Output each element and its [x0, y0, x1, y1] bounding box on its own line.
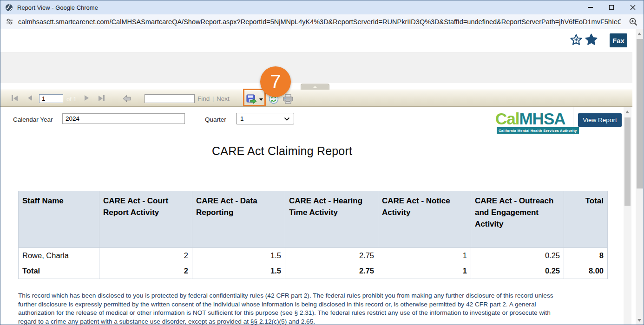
page-scrollbar-thumb[interactable] — [637, 39, 643, 188]
annotation-step-marker: 7 — [260, 66, 291, 97]
previous-page-icon — [28, 95, 32, 101]
logo-tagline: California Mental Health Services Author… — [497, 127, 579, 134]
cell-data-reporting: 1.5 — [192, 248, 285, 263]
annotation-step-number: 7 — [270, 72, 281, 91]
quarter-label: Quarter — [205, 116, 226, 123]
view-report-button[interactable]: View Report — [578, 113, 622, 127]
find-link[interactable]: Find — [197, 95, 210, 102]
total-outreach: 0.25 — [471, 263, 564, 279]
address-bar[interactable]: calmhsasctt.smartcarenet.com/CalMHSASmar… — [0, 14, 644, 29]
cell-staff-name: Rowe, Charla — [19, 248, 99, 263]
first-page-icon — [12, 95, 13, 101]
minimize-icon — [588, 7, 593, 8]
page-scroll-down-icon[interactable] — [637, 319, 641, 322]
calendar-year-label: Calendar Year — [13, 116, 53, 123]
tune-icon[interactable] — [6, 18, 13, 26]
claiming-report-table: Staff Name CARE Act - Court Report Activ… — [18, 191, 608, 279]
previous-page-button[interactable] — [28, 95, 32, 101]
close-button[interactable] — [622, 0, 644, 14]
confidentiality-disclaimer: This record which has been disclosed to … — [18, 292, 569, 325]
col-header-data-reporting: CARE Act - Data Reporting — [192, 191, 285, 248]
next-page-icon — [85, 95, 89, 101]
report-parameters-panel: Calendar Year Quarter 1 View Report — [0, 52, 632, 83]
url-text[interactable]: calmhsasctt.smartcarenet.com/CalMHSASmar… — [18, 18, 621, 26]
cell-outreach: 0.25 — [471, 248, 564, 263]
page-scrollbar[interactable] — [636, 29, 644, 325]
calmhsa-logo: CalMHSA California Mental Health Service… — [495, 111, 579, 134]
annotation-highlight-box — [243, 89, 266, 106]
logo-cal-text: Cal — [495, 110, 519, 128]
total-notice-activity: 1 — [378, 263, 471, 279]
cell-hearing-time: 2.75 — [285, 248, 378, 263]
quarter-select[interactable]: 1 — [236, 113, 294, 124]
cell-court-report: 2 — [99, 248, 192, 263]
bookmark-icon[interactable] — [585, 33, 598, 46]
calendar-year-input[interactable] — [62, 113, 185, 124]
report-scrollbar[interactable] — [624, 107, 631, 325]
last-page-icon — [99, 96, 103, 101]
next-page-button[interactable] — [85, 95, 89, 101]
page-scroll-up-icon[interactable] — [637, 32, 641, 35]
maximize-icon — [609, 5, 614, 10]
zoom-icon[interactable] — [629, 17, 638, 26]
col-header-total: Total — [564, 191, 608, 248]
report-toolbar: of 1 Find | Next — [0, 90, 632, 107]
col-header-court-report: CARE Act - Court Report Activity — [99, 191, 192, 248]
find-next-separator: | — [212, 95, 214, 102]
find-next-link[interactable]: Next — [217, 95, 230, 102]
col-header-outreach: CARE Act - Outreach and Engagement Activ… — [471, 191, 564, 248]
scroll-up-icon[interactable] — [625, 110, 629, 113]
total-data-reporting: 1.5 — [192, 263, 285, 279]
maximize-button[interactable] — [601, 0, 622, 14]
collapse-parameters-tab[interactable] — [301, 84, 329, 90]
collapse-arrow-icon — [313, 86, 317, 88]
col-header-staff-name: Staff Name — [19, 191, 99, 248]
page-count-label: of 1 — [66, 96, 77, 103]
fax-button[interactable]: Fax — [610, 33, 627, 47]
col-header-hearing-time: CARE Act - Hearing Time Activity — [285, 191, 378, 248]
cell-notice-activity: 1 — [378, 248, 471, 263]
total-grand-total: 8.00 — [564, 263, 608, 279]
browser-window: Report View - Google Chrome calmhsasctt.… — [0, 0, 644, 325]
chevron-down-icon — [284, 117, 290, 121]
quarter-selected-value: 1 — [240, 115, 284, 122]
bookmark-add-icon[interactable] — [570, 34, 582, 46]
report-title: CARE Act Claiming Report — [212, 144, 352, 158]
first-page-button[interactable] — [12, 95, 18, 101]
close-icon — [630, 5, 636, 10]
chrome-page-icon — [5, 4, 13, 12]
back-to-parent-button[interactable] — [123, 95, 131, 103]
cell-row-total: 8 — [564, 248, 608, 263]
page-number-input[interactable] — [39, 94, 63, 103]
total-court-report: 2 — [99, 263, 192, 279]
logo-mhsa-text: MHSA — [519, 110, 565, 128]
print-icon — [283, 94, 294, 104]
minimize-button[interactable] — [579, 0, 601, 14]
col-header-notice-activity: CARE Act - Notice Activity — [378, 191, 471, 248]
find-text-input[interactable] — [145, 94, 195, 103]
table-row: Rowe, Charla 2 1.5 2.75 1 0.25 8 — [19, 248, 608, 263]
print-button[interactable] — [283, 94, 294, 104]
back-icon — [123, 95, 131, 103]
total-hearing-time: 2.75 — [285, 263, 378, 279]
title-bar: Report View - Google Chrome — [0, 0, 644, 14]
report-scrollbar-thumb[interactable] — [624, 117, 631, 206]
total-label: Total — [19, 263, 99, 279]
table-header-row: Staff Name CARE Act - Court Report Activ… — [19, 191, 608, 248]
window-title: Report View - Google Chrome — [17, 4, 98, 11]
table-total-row: Total 2 1.5 2.75 1 0.25 8.00 — [19, 263, 608, 279]
last-page-button[interactable] — [99, 95, 105, 101]
